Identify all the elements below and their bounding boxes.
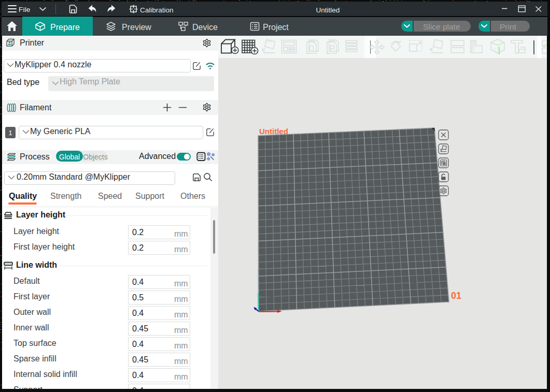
svg-text:AUTO: AUTO [265,40,272,43]
